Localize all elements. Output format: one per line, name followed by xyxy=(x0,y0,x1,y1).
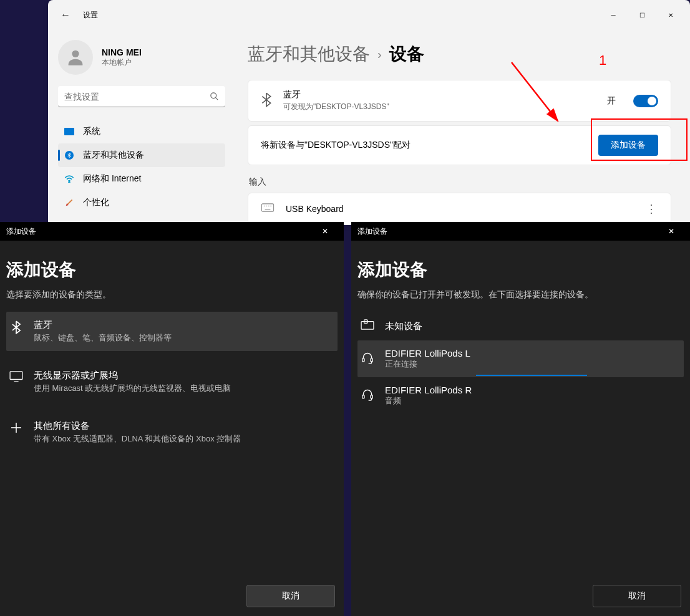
svg-rect-21 xyxy=(362,358,364,361)
bluetooth-toggle[interactable] xyxy=(633,95,658,107)
dialog-subtitle: 确保你的设备已打开并可被发现。在下面选择要连接的设备。 xyxy=(357,289,684,301)
dialog-heading: 添加设备 xyxy=(6,258,338,282)
back-button[interactable]: ← xyxy=(53,2,78,27)
keyboard-card[interactable]: USB Keyboard ⋮ xyxy=(248,193,671,225)
keyboard-name: USB Keyboard xyxy=(286,204,344,214)
svg-rect-24 xyxy=(371,395,372,398)
device-lollipods-r[interactable]: EDIFIER LolliPods R 音频 xyxy=(357,377,684,414)
wifi-icon xyxy=(64,174,74,184)
svg-rect-3 xyxy=(64,128,74,135)
dialog-heading: 添加设备 xyxy=(357,258,684,282)
keyboard-icon xyxy=(261,203,275,214)
toggle-label: 开 xyxy=(607,95,616,107)
headset-icon xyxy=(360,388,375,404)
display-icon xyxy=(64,127,74,137)
cancel-button[interactable]: 取消 xyxy=(593,585,681,607)
connecting-progress xyxy=(476,375,587,376)
bluetooth-card: 蓝牙 可发现为"DESKTOP-VL3JSDS" 开 xyxy=(248,80,671,122)
option-other-devices[interactable]: 其他所有设备 带有 Xbox 无线适配器、DLNA 和其他设备的 Xbox 控制… xyxy=(6,413,338,452)
nav-network[interactable]: 网络和 Internet xyxy=(58,167,225,191)
nav-personalization[interactable]: 个性化 xyxy=(58,191,225,214)
bluetooth-title: 蓝牙 xyxy=(283,89,389,100)
dialog-titlebar: 添加设备 ✕ xyxy=(351,222,690,241)
option-wireless-display[interactable]: 无线显示器或扩展坞 使用 Miracast 或无线扩展坞的无线监视器、电视或电脑 xyxy=(6,362,338,402)
bluetooth-subtitle: 可发现为"DESKTOP-VL3JSDS" xyxy=(283,102,389,112)
search-input[interactable] xyxy=(58,86,225,107)
user-block[interactable]: NING MEI 本地帐户 xyxy=(58,40,225,75)
close-button[interactable]: ✕ xyxy=(656,5,685,25)
maximize-button[interactable]: ☐ xyxy=(628,5,656,25)
device-unknown[interactable]: 未知设备 xyxy=(357,312,684,340)
settings-window: ← 设置 ─ ☐ ✕ NING MEI 本地帐户 xyxy=(48,0,690,224)
bluetooth-icon xyxy=(64,150,74,160)
sidebar: NING MEI 本地帐户 系统 蓝牙和其他设备 xyxy=(48,30,235,224)
svg-point-1 xyxy=(211,93,216,99)
brush-icon xyxy=(64,198,74,208)
add-device-button[interactable]: 添加设备 xyxy=(598,135,658,156)
search-icon xyxy=(210,92,219,103)
content-area: 蓝牙和其他设备 › 设备 蓝牙 可发现为"DESKTOP-VL3JSDS" 开 xyxy=(235,30,690,224)
dialog-titlebar: 添加设备 ✕ xyxy=(0,222,344,241)
minimize-button[interactable]: ─ xyxy=(599,5,628,25)
breadcrumb-parent[interactable]: 蓝牙和其他设备 xyxy=(248,42,370,66)
svg-rect-6 xyxy=(261,204,273,211)
add-device-dialog-types: 添加设备 ✕ 添加设备 选择要添加的设备的类型。 蓝牙 鼠标、键盘、笔、音频设备… xyxy=(0,222,344,616)
nav-system[interactable]: 系统 xyxy=(58,120,225,143)
titlebar: ← 设置 ─ ☐ ✕ xyxy=(48,0,690,30)
display-icon xyxy=(9,371,24,385)
user-account-type: 本地帐户 xyxy=(102,57,142,68)
more-icon[interactable]: ⋮ xyxy=(646,202,658,216)
dialog-subtitle: 选择要添加的设备的类型。 xyxy=(6,289,338,301)
svg-point-5 xyxy=(69,181,70,183)
dialog-close-button[interactable]: ✕ xyxy=(313,222,338,241)
svg-point-0 xyxy=(72,51,79,57)
cancel-button[interactable]: 取消 xyxy=(246,585,335,607)
device-lollipods-l[interactable]: EDIFIER LolliPods L 正在连接 xyxy=(357,340,684,377)
input-section-header: 输入 xyxy=(249,176,671,188)
dialog-close-button[interactable]: ✕ xyxy=(659,222,684,241)
plus-icon xyxy=(9,421,24,436)
breadcrumb-current: 设备 xyxy=(389,42,424,66)
breadcrumb: 蓝牙和其他设备 › 设备 xyxy=(248,42,671,66)
svg-rect-23 xyxy=(362,395,364,398)
window-title: 设置 xyxy=(83,10,98,21)
option-bluetooth[interactable]: 蓝牙 鼠标、键盘、笔、音频设备、控制器等 xyxy=(6,312,338,351)
device-icon xyxy=(360,319,375,333)
svg-rect-15 xyxy=(10,372,22,380)
bluetooth-icon xyxy=(9,320,24,337)
pair-text: 将新设备与"DESKTOP-VL3JSDS"配对 xyxy=(261,140,411,151)
svg-rect-22 xyxy=(371,358,372,361)
nav-bluetooth[interactable]: 蓝牙和其他设备 xyxy=(58,143,225,167)
headset-icon xyxy=(360,351,375,367)
pair-card: 将新设备与"DESKTOP-VL3JSDS"配对 添加设备 xyxy=(248,125,671,165)
svg-line-2 xyxy=(215,97,218,100)
add-device-dialog-list: 添加设备 ✕ 添加设备 确保你的设备已打开并可被发现。在下面选择要连接的设备。 … xyxy=(351,222,690,616)
bluetooth-icon xyxy=(261,92,272,110)
user-name: NING MEI xyxy=(102,47,142,57)
chevron-right-icon: › xyxy=(377,47,382,62)
avatar xyxy=(58,40,93,75)
